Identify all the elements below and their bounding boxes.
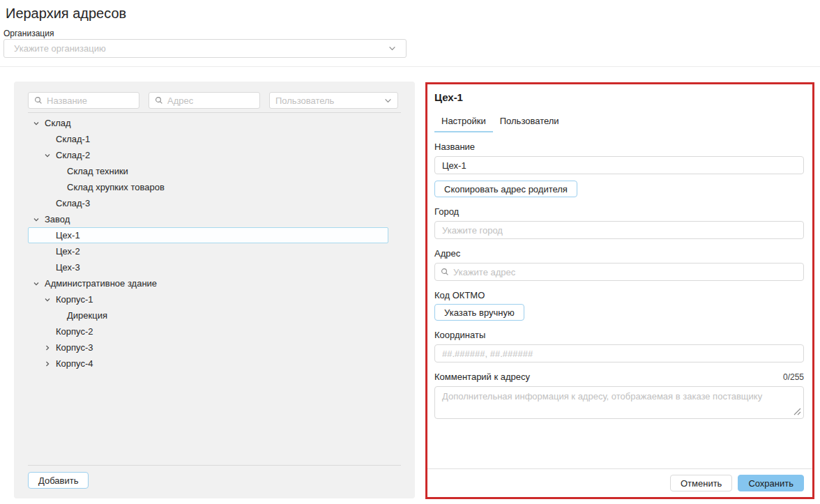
search-icon <box>155 96 163 105</box>
name-label: Название <box>434 142 804 152</box>
tab-users[interactable]: Пользователи <box>493 112 566 132</box>
search-icon <box>34 96 43 105</box>
tree-node-label: Склад-2 <box>56 150 90 160</box>
comment-header-row: Комментарий к адресу 0/255 <box>434 372 804 382</box>
chevron-down-icon[interactable] <box>43 296 52 303</box>
tree-node-label: Склад <box>45 118 71 128</box>
city-input[interactable] <box>434 221 804 239</box>
oktmo-label: Код ОКТМО <box>434 290 804 300</box>
divider <box>28 465 401 466</box>
coordinates-label: Координаты <box>434 330 804 340</box>
tree-row[interactable]: Склад техники <box>28 163 388 179</box>
tree-row[interactable]: Корпус-3 <box>28 339 388 356</box>
chevron-down-icon <box>388 45 396 52</box>
tree-row[interactable]: Цех-3 <box>28 259 388 275</box>
tree-row[interactable]: Склад хрупких товаров <box>28 179 388 195</box>
tree-node-label: Корпус-4 <box>56 358 93 369</box>
address-search-input[interactable] <box>453 267 798 277</box>
manual-entry-button[interactable]: Указать вручную <box>434 304 524 321</box>
header-divider <box>0 66 820 67</box>
tree-node-label: Склад хрупких товаров <box>67 182 165 192</box>
comment-field <box>434 386 804 419</box>
tree-row[interactable]: Административное здание <box>28 275 388 291</box>
chevron-down-icon[interactable] <box>31 216 41 223</box>
tree-row[interactable]: Завод <box>28 211 388 227</box>
name-filter-input[interactable] <box>47 96 133 106</box>
resize-handle-icon[interactable] <box>794 408 801 415</box>
tree-node-label: Склад-1 <box>56 134 90 144</box>
divider <box>28 112 401 113</box>
chevron-down-icon[interactable] <box>43 152 52 159</box>
comment-counter: 0/255 <box>783 372 804 382</box>
page-title: Иерархия адресов <box>6 6 126 22</box>
chevron-down-icon[interactable] <box>31 280 41 287</box>
tree-row[interactable]: Склад <box>28 115 388 131</box>
tree-node-label: Цех-1 <box>56 230 80 240</box>
organization-label: Организация <box>3 29 54 38</box>
tree-node-label: Корпус-3 <box>56 342 93 353</box>
address-label: Адрес <box>434 248 804 259</box>
address-filter-input[interactable] <box>167 96 254 106</box>
tree-node-label: Корпус-2 <box>56 326 93 337</box>
organization-select-placeholder: Укажите организацию <box>14 43 106 54</box>
detail-footer: Отменить Сохранить <box>427 468 812 497</box>
tree-row[interactable]: Склад-2 <box>28 147 388 163</box>
save-button[interactable]: Сохранить <box>738 475 804 491</box>
coordinates-input[interactable] <box>434 344 804 362</box>
copy-parent-address-button[interactable]: Скопировать адрес родителя <box>434 181 577 197</box>
name-filter-field[interactable] <box>28 92 139 109</box>
chevron-down-icon[interactable] <box>31 120 41 127</box>
tree-node-label: Склад-3 <box>56 198 90 208</box>
chevron-down-icon <box>384 97 392 105</box>
tree-row[interactable]: Цех-2 <box>28 243 388 259</box>
organization-select[interactable]: Укажите организацию <box>3 39 407 58</box>
tree-row[interactable]: Корпус-1 <box>28 291 388 307</box>
tree-row[interactable]: Дирекция <box>28 307 388 323</box>
tree-node-label: Склад техники <box>67 166 128 176</box>
tree-node-label: Дирекция <box>67 310 107 321</box>
user-filter-placeholder: Пользователь <box>275 96 334 106</box>
address-tree-panel: Пользователь СкладСклад-1Склад-2Склад те… <box>14 82 415 498</box>
detail-panel: Цех-1 Настройки Пользователи Название Ск… <box>425 82 814 499</box>
tree-node-label: Завод <box>45 214 70 224</box>
tree-row[interactable]: Корпус-4 <box>28 356 388 372</box>
address-tree: СкладСклад-1Склад-2Склад техникиСклад хр… <box>14 115 415 372</box>
tree-node-label: Корпус-1 <box>56 294 93 305</box>
settings-form: Название Скопировать адрес родителя Горо… <box>434 142 804 419</box>
chevron-right-icon[interactable] <box>43 360 52 367</box>
detail-tabs: Настройки Пользователи <box>434 112 812 132</box>
comment-label: Комментарий к адресу <box>434 372 530 382</box>
address-search-field[interactable] <box>434 263 804 281</box>
tab-settings[interactable]: Настройки <box>434 112 493 132</box>
user-filter-select[interactable]: Пользователь <box>269 92 398 109</box>
add-button[interactable]: Добавить <box>28 472 89 489</box>
address-filter-field[interactable] <box>149 92 260 109</box>
city-label: Город <box>434 206 804 217</box>
tree-node-label: Цех-3 <box>56 262 80 273</box>
tree-row[interactable]: Склад-3 <box>28 195 388 211</box>
tree-row[interactable]: Цех-1 <box>28 227 388 243</box>
name-input[interactable] <box>434 156 804 174</box>
chevron-right-icon[interactable] <box>43 344 52 351</box>
tree-row[interactable]: Корпус-2 <box>28 323 388 339</box>
search-icon <box>441 268 449 276</box>
comment-textarea[interactable] <box>434 386 804 419</box>
tree-node-label: Административное здание <box>45 278 157 289</box>
tree-row[interactable]: Склад-1 <box>28 131 388 147</box>
tree-node-label: Цех-2 <box>56 246 80 257</box>
cancel-button[interactable]: Отменить <box>670 475 732 491</box>
detail-title: Цех-1 <box>434 91 812 103</box>
